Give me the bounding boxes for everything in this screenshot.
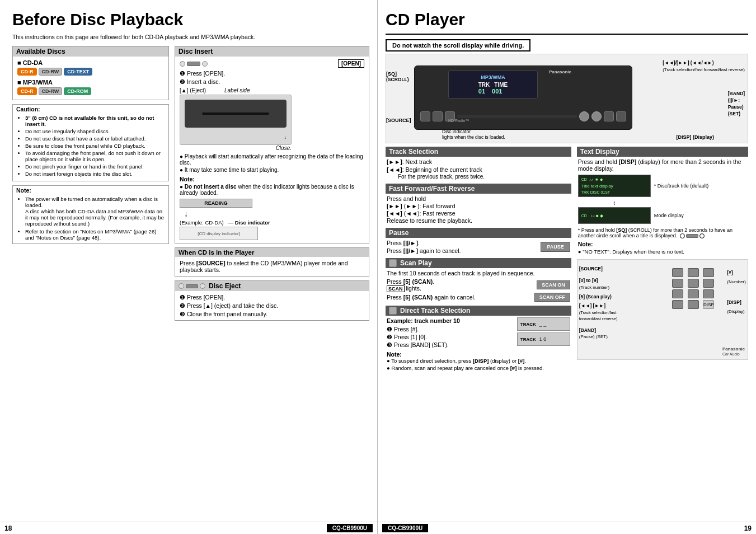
playback-note1: ● Playback will start automatically afte… xyxy=(180,153,364,166)
player-unit: MP3/WMA TRKTIME 01001 Panasonic xyxy=(414,65,632,130)
direct-step3: ❸ Press [BAND] (SET). xyxy=(387,341,460,348)
text-display-line1: Press and hold [DISP] (display) for more… xyxy=(578,158,747,172)
disc-player-diagram: ↓ xyxy=(180,95,292,145)
disc-eject-title: Disc Eject xyxy=(175,281,369,291)
playback-note2: ● It may take some time to start playing… xyxy=(180,167,364,173)
eject-step3: ❸ Close the front panel manually. xyxy=(180,311,364,317)
left-footer: 18 CQ-CB9900U xyxy=(0,522,377,534)
when-cd-content: Press [SOURCE] to select the CD (MP3/WMA… xyxy=(180,260,364,273)
disc-indicator-display: [CD display indicator] xyxy=(180,227,258,240)
fast-forward-header: Fast Forward/Fast Reverse xyxy=(386,184,571,194)
default-label: * Disc/track title (default) xyxy=(654,183,709,189)
disc-insert-box: Disc Insert [OPEN] ❶ Press [OP xyxy=(175,46,369,243)
left-page-num: 18 xyxy=(4,524,12,532)
fast-forward-section: Fast Forward/Fast Reverse Press and hold… xyxy=(386,184,571,224)
note-star: * Press and hold [SQ] (SCROLL) for more … xyxy=(578,227,747,238)
when-cd-box: When CD is in the Player Press [SOURCE] … xyxy=(175,247,369,277)
available-discs-title: Available Discs xyxy=(13,46,168,57)
ff-line4: Release to resume the playback. xyxy=(387,217,570,224)
scan-off-btn: SCAN OFF xyxy=(534,293,570,302)
left-page-title: Before Disc Playback xyxy=(12,10,369,29)
left-footer-model: CQ-CB9900U xyxy=(327,524,373,532)
track-selection-section: Track Selection [►►]: Next track [◄◄]: B… xyxy=(386,147,571,180)
caution-item-5: To avoid damaging the front panel, do no… xyxy=(25,150,164,162)
badge-cdr-mp3: CD-R xyxy=(17,87,37,95)
text-display-header: Text Display xyxy=(577,147,748,157)
right-page: CD Player Do not watch the scroll displa… xyxy=(378,0,756,534)
disc-insert-title: Disc Insert xyxy=(175,46,369,57)
pause-button-img: PAUSE xyxy=(541,242,570,252)
track-selection-header: Track Selection xyxy=(386,147,571,157)
track-display-2: TRACK 1 0 xyxy=(517,332,570,346)
scan-play-section: Scan Play The first 10 seconds of each t… xyxy=(386,258,571,302)
display-mockup-1: CD♪♪■◆ Title text display TRK DISC 01ST … xyxy=(578,175,747,197)
badge-cdrw-mp3: CD-RW xyxy=(39,87,63,95)
reading-box: READING xyxy=(180,199,252,208)
scan-on-btn: SCAN ON xyxy=(537,280,570,289)
scan-line1: The first 10 seconds of each track is pl… xyxy=(387,270,570,277)
disc-eject-box: Disc Eject ❶ Press [OPEN]. ❷ Press [▲] (… xyxy=(175,280,369,321)
caution-title: Caution: xyxy=(13,105,168,114)
disc-indicator-label: — Disc indicator xyxy=(228,219,270,226)
direct-note1: ● To suspend direct selection, press [DI… xyxy=(387,358,570,364)
cdda-label: ■ CD-DA xyxy=(17,59,164,66)
note-no-text: ● "NO TEXT": Displays when there is no t… xyxy=(578,249,747,255)
note-do-not-insert: ● Do not insert a disc when the disc ind… xyxy=(180,184,364,196)
scan-play-header: Scan Play xyxy=(386,258,571,268)
scan-line2: Press [5] (SCAN). xyxy=(387,278,434,285)
right-page-num: 19 xyxy=(744,524,752,532)
pause-header: Pause xyxy=(386,228,571,238)
ff-line1: Press and hold xyxy=(387,195,570,202)
right-footer-model: CQ-CB9900U xyxy=(382,524,428,532)
cdda-badges: CD-R CD-RW CD-TEXT xyxy=(17,68,164,76)
prev-track: [◄◄]: Beginning of the current track xyxy=(387,166,570,173)
note1-item-1: The power will be turned on automaticall… xyxy=(25,196,164,227)
caution-item-6: Do not pinch your finger or hand in the … xyxy=(25,163,164,170)
note1-item-2: Refer to the section on "Notes on MP3/WM… xyxy=(25,228,164,241)
caution-item-4: Be sure to close the front panel while C… xyxy=(25,143,164,149)
eject-label: [▲] (Eject) xyxy=(180,87,206,93)
right-footer: CQ-CB9900U 19 xyxy=(378,522,756,534)
direct-example: Example: track number 10 xyxy=(387,317,460,324)
caution-item-7: Do not insert foreign objects into the d… xyxy=(25,171,164,177)
text-display-section: Text Display Press and hold [DISP] (disp… xyxy=(577,147,748,255)
mp3wma-label: ■ MP3/WMA xyxy=(17,79,164,86)
label-side: Label side xyxy=(224,87,250,93)
note-box-1: Note: The power will be turned on automa… xyxy=(12,185,169,244)
example-label: (Example: CD-DA) xyxy=(180,219,224,226)
pause-line2: Press [||/►] again to cancel. xyxy=(387,247,461,254)
direct-step2: ❷ Press [1] [0]. xyxy=(387,334,460,340)
scan-line4: Press [5] (SCAN) again to cancel. xyxy=(387,294,476,301)
badge-cdrom-mp3: CD-ROM xyxy=(64,87,91,95)
pause-line1: Press [||/►]. xyxy=(387,240,461,246)
caution-item-2: Do not use irregularly shaped discs. xyxy=(25,128,164,134)
left-page: Before Disc Playback This instructions o… xyxy=(0,0,378,534)
pause-section: Pause Press [||/►]. Press [||/►] again t… xyxy=(386,228,571,254)
caution-item-3: Do not use discs that have a seal or lab… xyxy=(25,135,164,142)
direct-track-section: Direct Track Selection Example: track nu… xyxy=(386,306,571,371)
eject-step1: ❶ Press [OPEN]. xyxy=(180,294,364,301)
prev-note: For the previous track, press twice. xyxy=(387,174,570,180)
direct-note-title: Note: xyxy=(387,351,570,358)
ff-line2: [►►] (►►): Fast forward xyxy=(387,203,570,209)
note1-title: Note: xyxy=(13,186,168,195)
disc-step1: ❶ Press [OPEN]. xyxy=(180,70,364,77)
ff-line3: [◄◄] (◄◄): Fast reverse xyxy=(387,210,570,217)
direct-step1: ❶ Press [#]. xyxy=(387,326,460,332)
caution-item-1: 3" (8 cm) CD is not available for this u… xyxy=(25,115,164,127)
track-display-1: TRACK _ _ xyxy=(517,317,570,331)
badge-cdtext-cdda: CD-TEXT xyxy=(64,68,92,76)
cd-player-diagram: [SQ] (SCROLL) [SOURCE] MP3/WMA TRKTIME xyxy=(386,54,748,143)
display-mockup-2: CD ♪♪ ■ ◆ Mode display xyxy=(578,207,747,224)
next-track: [►►]: Next track xyxy=(387,158,570,165)
close-label: Close. xyxy=(276,145,292,151)
mode-label: Mode display xyxy=(654,213,684,218)
scan-line3: SCAN lights. xyxy=(387,285,434,292)
open-label: [OPEN] xyxy=(338,59,364,68)
right-page-title: CD Player xyxy=(386,10,748,29)
intro-text: This instructions on this page are follo… xyxy=(12,34,369,40)
button-diagram: [SOURCE] [0] to [9] (Track number) [5] (… xyxy=(577,259,748,360)
disc-step2: ❷ Insert a disc. xyxy=(180,78,364,85)
available-discs-box: Available Discs ■ CD-DA CD-R CD-RW CD-TE… xyxy=(12,46,169,100)
when-cd-title: When CD is in the Player xyxy=(175,248,369,257)
